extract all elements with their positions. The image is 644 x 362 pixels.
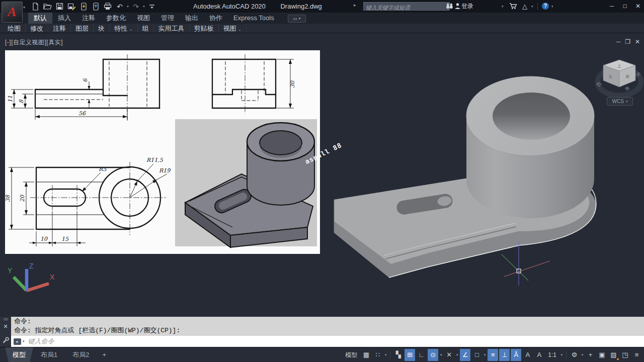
window-minimize-button[interactable]: ─ [606, 0, 618, 13]
app-menu-caret-icon[interactable]: ▾ [23, 5, 25, 10]
recent-commands-caret-icon[interactable]: ▾ [23, 339, 25, 343]
window-maximize-button[interactable]: □ [619, 0, 631, 13]
osnap-toggle[interactable]: □ [471, 349, 482, 361]
ribbon-tab-output[interactable]: 输出 [180, 13, 204, 24]
viewcube-front-face-label[interactable]: 前 [625, 74, 630, 79]
panel-properties[interactable]: 特性⌄ [110, 24, 138, 33]
undo-caret-icon[interactable]: ▾ [126, 5, 130, 9]
annotation-scale-value[interactable]: 1:1 [545, 349, 559, 361]
doc-close-button[interactable]: ✕ [635, 38, 640, 45]
isodraft-caret-icon[interactable]: ▾ [455, 353, 459, 357]
annotation-scale-button[interactable]: A [534, 349, 544, 361]
open-file-button[interactable] [41, 2, 53, 11]
command-prompt-icon[interactable]: ▸ [14, 338, 21, 345]
a360-caret-icon[interactable]: ▾ [531, 5, 533, 9]
window-close-button[interactable]: ✕ [632, 0, 644, 13]
graphics-performance-button[interactable]: ▨ ▲ [608, 349, 619, 361]
panel-block[interactable]: 块 [94, 24, 110, 33]
lineweight-toggle[interactable]: ≡ [488, 349, 498, 361]
panel-draw[interactable]: 绘图 [3, 24, 26, 33]
dynamic-input-toggle[interactable]: ⊞ [405, 349, 415, 361]
save-as-button[interactable] [65, 2, 77, 11]
help-caret-icon[interactable]: ▾ [551, 5, 553, 9]
command-history[interactable]: 命令: 命令: 指定对角点或 [栏选(F)/圈围(WP)/圈交(CP)]: [11, 317, 644, 336]
command-close-button[interactable]: ✕ [3, 323, 8, 330]
new-layout-button[interactable]: + [97, 347, 112, 362]
polar-caret-icon[interactable]: ▾ [439, 353, 443, 357]
sign-in-button[interactable]: 登录 [461, 0, 473, 13]
qat-customize-button[interactable] [146, 2, 158, 11]
annotation-monitor-toggle[interactable]: + [585, 349, 596, 361]
ribbon-tab-manage[interactable]: 管理 [155, 13, 180, 24]
ribbon-tab-parametric[interactable]: 参数化 [101, 13, 131, 24]
viewcube-left-face-label[interactable]: 左 [608, 74, 613, 79]
model-space-toggle[interactable]: 模型 [343, 349, 360, 361]
autoscale-toggle[interactable]: A [522, 349, 533, 361]
undo-button[interactable]: ↶ [114, 2, 126, 11]
drawing-canvas[interactable]: 56 11 8 6 30 [0, 34, 644, 317]
isodraft-toggle[interactable]: ✕ [444, 349, 454, 361]
osnap-tracking-toggle[interactable]: ∠ [460, 349, 470, 361]
workspace-switching-button[interactable]: ⚙ [569, 349, 580, 361]
ribbon-tab-default[interactable]: 默认 [28, 13, 52, 24]
ribbon-tab-annotate[interactable]: 注释 [76, 13, 101, 24]
save-button[interactable] [53, 2, 65, 11]
panel-view-flyout-icon[interactable]: ⌄ [238, 27, 242, 32]
snap-toggle[interactable]: ∷ [372, 349, 383, 361]
plot-button[interactable] [102, 2, 114, 11]
signin-caret-icon[interactable]: ▾ [502, 5, 504, 9]
command-input-placeholder[interactable]: 键入命令 [28, 337, 54, 346]
osnap-caret-icon[interactable]: ▾ [482, 353, 487, 357]
ortho-toggle[interactable]: ∟ [416, 349, 427, 361]
save-to-web-mobile-button[interactable] [90, 2, 102, 11]
doc-minimize-button[interactable]: ─ [616, 38, 621, 45]
snap-caret-icon[interactable]: ▾ [383, 353, 388, 357]
ribbon-tab-express-tools[interactable]: Express Tools [228, 13, 280, 24]
panel-groups[interactable]: 组 [138, 24, 154, 33]
dynamic-ucs-toggle[interactable]: ⊥ [499, 349, 510, 361]
help-button[interactable]: ? [542, 2, 549, 10]
grid-toggle[interactable]: ▦ [361, 349, 371, 361]
annotation-visibility-toggle[interactable]: Å [511, 349, 521, 361]
ribbon-tab-view[interactable]: 视图 [131, 13, 155, 24]
ribbon-display-toggle-button[interactable]: ▭ ▾ [288, 15, 306, 23]
open-from-web-mobile-button[interactable] [77, 2, 90, 11]
infer-constraints-toggle[interactable]: ▚ [393, 349, 404, 361]
ucs-icon[interactable]: X Y Z [8, 262, 55, 291]
help-search-box[interactable] [363, 2, 450, 11]
doc-restore-button[interactable]: ❐ [625, 38, 630, 45]
new-file-button[interactable] [29, 2, 41, 11]
3d-solid-part[interactable] [334, 76, 596, 278]
polar-tracking-toggle[interactable]: ⊙ [428, 349, 438, 361]
isolate-objects-button[interactable]: ▣ [597, 349, 607, 361]
compass-south-label[interactable]: 南 [624, 85, 630, 92]
panel-layers[interactable]: 图层 [71, 24, 94, 33]
clean-screen-button[interactable]: ◳ [620, 349, 630, 361]
panel-utilities[interactable]: 实用工具 [154, 24, 190, 33]
redo-button[interactable]: ↷ [130, 2, 142, 11]
customize-wrench-icon[interactable] [2, 337, 9, 344]
app-menu-button[interactable]: A [2, 2, 23, 23]
model-space-view[interactable]: 西 南 东 上 左 前 X Y Z [0, 34, 644, 317]
ribbon-tab-insert[interactable]: 插入 [52, 13, 76, 24]
ribbon-tab-collaborate[interactable]: 协作 [204, 13, 228, 24]
viewcube-top-face-label[interactable]: 上 [617, 64, 621, 68]
panel-view[interactable]: 视图⌄ [219, 24, 247, 33]
tab-layout1[interactable]: 布局1 [33, 347, 65, 362]
panel-annotation[interactable]: 注释 [48, 24, 71, 33]
panel-clipboard[interactable]: 剪贴板 [190, 24, 219, 33]
panel-modify[interactable]: 修改 [26, 24, 48, 33]
workspace-caret-icon[interactable]: ▾ [580, 353, 585, 357]
tab-model[interactable]: 模型 [5, 347, 33, 362]
search-icon[interactable] [446, 2, 453, 10]
panel-properties-flyout-icon[interactable]: ⌄ [129, 27, 133, 32]
command-input-row[interactable]: ▸ ▾ 键入命令 [11, 336, 644, 347]
wcs-button[interactable]: WCS ▾ [607, 97, 633, 106]
help-search-input[interactable] [364, 4, 449, 12]
tab-layout2[interactable]: 布局2 [65, 347, 97, 362]
a360-icon[interactable]: △ [522, 2, 527, 10]
viewcube[interactable]: 西 南 东 上 左 前 [596, 60, 641, 96]
user-icon[interactable] [454, 2, 461, 10]
viewport-controls[interactable]: [-][自定义视图][真实] [5, 38, 63, 47]
customization-button[interactable]: ≡ [631, 349, 642, 361]
